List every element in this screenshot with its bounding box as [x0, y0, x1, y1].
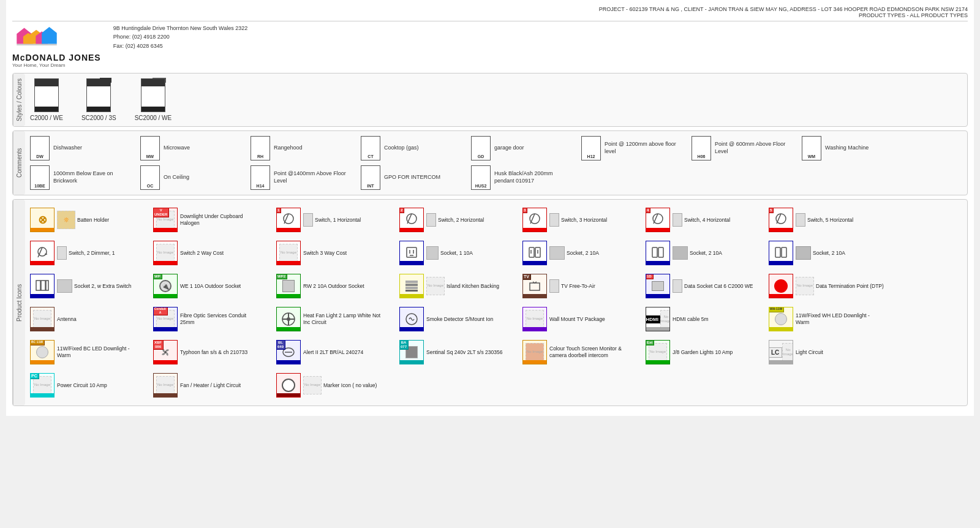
product-marker: No Image Marker Icon ( no value) — [276, 370, 396, 401]
fan-heater-light-icon-block: No Image — [153, 373, 178, 398]
downlight-under-icon-block: V UNDER No Image — [153, 208, 178, 232]
socket-extra-icon — [30, 274, 55, 298]
svg-marker-4 — [42, 27, 57, 44]
product-socket-2-10a-b: Socket, 2 10A — [646, 238, 765, 268]
switch-4h-icon: 4 — [646, 208, 670, 232]
products-content: ⊗ 🔆 Batten Holder V UNDER No Image — [25, 200, 967, 405]
socket-extra-svg — [35, 279, 50, 293]
style-label-c2000: C2000 / WE — [30, 115, 63, 121]
switch-1h-label: Switch, 1 Horizontal — [315, 217, 361, 224]
island-kitchen-thumb: No Image — [426, 277, 445, 295]
led-wh-11w-label: 11W/Fixed WH LED Downlight - Warm — [796, 312, 875, 326]
touch-screen-icon-block: No Image — [522, 340, 547, 364]
socket-2a-svg — [527, 246, 542, 260]
switch-4h-icon-block: 4 — [646, 208, 670, 232]
alert-2lt-icon-block: BL 649 — [276, 340, 301, 364]
product-switch-dimmer: Switch, 2 Dimmer, 1 — [30, 238, 149, 268]
brand-name: McDONALD JONES — [12, 53, 101, 62]
product-line: PRODUCT TYPES - ALL PRODUCT TYPES — [12, 12, 968, 18]
marker-icon — [276, 373, 301, 398]
comment-gd: GD garage door — [471, 136, 569, 160]
styles-section: Styles / Colours C2000 / WE SC3S — [12, 73, 968, 127]
smoke-detector-icon-block — [399, 307, 424, 331]
socket-2c-icon-block — [769, 241, 793, 265]
comment-wm: WM Washing Machine — [802, 136, 900, 160]
lc-badge: LC — [769, 347, 782, 358]
comment-text-h14: Point @1400mm Above Floor Level — [274, 170, 347, 184]
switch-2way-label: Switch 2 Way Cost — [180, 250, 224, 257]
svg-rect-35 — [405, 284, 418, 286]
product-led-bc-11w: BC 11W 11W/Fixed BC LED Downlight - Warm — [30, 337, 149, 368]
products-section: Product Icons ⊗ 🔆 Batten Holder — [12, 199, 968, 406]
comment-box-h14: H14 — [251, 165, 270, 190]
product-smoke-detector: Smoke Detector S/Mount Ion — [399, 304, 519, 334]
svg-rect-33 — [46, 281, 48, 290]
company-address: 9B Huntingdale Drive Thornton New South … — [113, 24, 248, 32]
comment-text-gd: garage door — [494, 145, 524, 152]
comment-text-oc: On Ceiling — [164, 174, 189, 181]
fibre-optic-label: Fibre Optic Services Conduit 25mm — [180, 312, 260, 326]
comment-box-rh: RH — [251, 136, 270, 160]
fan-heater-light-icon: No Image — [153, 373, 178, 398]
products-label: Product Icons — [13, 200, 25, 405]
switch-5h-icon-block: 5 — [769, 208, 793, 232]
switch-dimmer-label: Switch, 2 Dimmer, 1 — [69, 250, 115, 257]
svg-rect-31 — [36, 281, 40, 290]
switch-3h-thumb — [549, 213, 559, 227]
svg-rect-32 — [41, 281, 45, 290]
socket-1-icon-block — [399, 241, 424, 265]
style-box-sc2000-3s: SC3S — [86, 78, 111, 112]
outdoor-socket-rw2-icon: WP2 — [276, 274, 301, 298]
dtp-thumb: No Image — [796, 277, 814, 295]
switch-3h-icon-block: 3 — [522, 208, 547, 232]
garden-lights-icon-block: Ext No Image — [646, 340, 670, 364]
dtp-icon-block — [769, 274, 793, 298]
svg-rect-37 — [405, 290, 418, 292]
fibre-optic-icon: Conduit A No Image — [153, 307, 178, 331]
switch-3way-icon-block: No Image — [276, 241, 301, 265]
tv-thumb — [549, 279, 559, 293]
comment-text-rh: Rangehood — [274, 145, 303, 152]
outdoor-socket-we1-label: WE 1 10A Outdoor Socket — [180, 283, 241, 290]
wall-tv-icon-block: No Image — [522, 307, 547, 331]
light-circuit-icon-block: LC No Image — [769, 340, 793, 364]
socket-2a-thumb — [549, 246, 565, 260]
style-item-c2000: C2000 / WE — [30, 78, 63, 121]
fan-heater-light-label: Fan / Heater / Light Circuit — [180, 382, 241, 389]
comment-ct: CT Cooktop (gas) — [361, 136, 459, 160]
outdoor-socket-we1-icon-block: WP 🔌 — [153, 274, 178, 298]
switch-1h-svg — [282, 213, 295, 227]
header-logo: McDONALD JONES Your Home, Your Dream 9B … — [12, 24, 968, 68]
switch-3way-label: Switch 3 Way Cost — [303, 250, 347, 257]
batten-holder-icon: ⊗ — [30, 208, 55, 232]
antenna-icon-block: No Image — [30, 307, 55, 331]
data-socket-icon: 1D — [646, 274, 670, 298]
batten-holder-icon-block: ⊗ — [30, 208, 55, 232]
comment-box-gd: GD — [471, 136, 491, 160]
product-typhoon-fan: XBF 086 Typhoon fan s/s & ch 210733 — [153, 337, 273, 368]
comment-h12: H12 Point @ 1200mm above floor level — [581, 136, 679, 160]
product-wall-tv: No Image Wall Mount TV Package — [522, 304, 642, 334]
data-socket-label: Data Socket Cat 6 C2000 WE — [684, 283, 753, 290]
alert-2lt-label: Alert II 2LT BR/AL 240274 — [303, 349, 363, 356]
products-grid: ⊗ 🔆 Batten Holder V UNDER No Image — [30, 205, 962, 401]
comment-mw: MW Microwave — [140, 136, 238, 160]
switch-2h-svg — [405, 213, 418, 227]
company-logo — [12, 24, 61, 51]
socket-2b-label: Socket, 2 10A — [690, 250, 722, 257]
product-switch-3h: 3 Switch, 3 Horizontal — [522, 205, 642, 235]
tv-fta-icon-block: TV — [522, 274, 547, 298]
comment-text-ct: Cooktop (gas) — [384, 145, 419, 152]
comment-box-h12: H12 — [581, 136, 601, 160]
switch-dimmer-icon — [30, 241, 55, 265]
switch-3h-svg — [528, 213, 541, 227]
sentinal-label: Sentinal Sq 240v 2LT s/s 230356 — [426, 349, 502, 356]
light-circuit-label: Light Circuit — [796, 349, 823, 356]
switch-thumb — [303, 213, 313, 227]
heat-fan-svg — [281, 311, 296, 327]
svg-rect-29 — [775, 247, 780, 257]
dimmer-thumb — [57, 246, 67, 260]
tv-fta-label: TV Free-To-Air — [561, 283, 595, 290]
product-antenna: No Image Antenna — [30, 304, 149, 334]
comment-text-hus2: Husk Black/Ash 200mm pendant 010917 — [494, 170, 568, 184]
